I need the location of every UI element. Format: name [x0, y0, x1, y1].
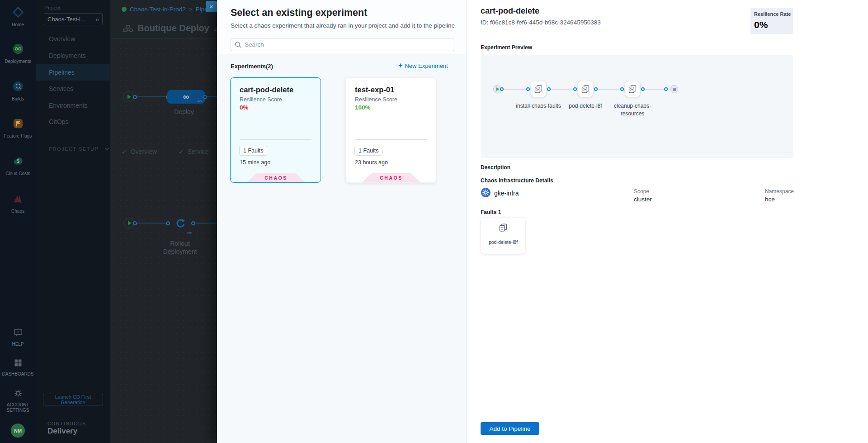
chaos-fault-icon	[628, 85, 637, 94]
experiment-preview-canvas: install-chaos-faults pod-delete-l8f clea…	[481, 55, 793, 158]
sidebar-item-label: ACCOUNT SETTINGS	[4, 402, 32, 413]
module-eyebrow: CONTINUOUS	[47, 421, 86, 426]
play-icon	[127, 95, 131, 99]
search-input[interactable]	[245, 41, 450, 48]
primary-sidebar: Home Deployments Builds Feature Flags $ …	[0, 0, 36, 443]
sidebar-item-label: Cloud Costs	[5, 171, 30, 176]
module-badge: CONTINUOUS Delivery	[47, 421, 86, 436]
experiments-count-header: Experiments(2)	[231, 63, 273, 70]
experiment-id: ID: f06c81c8-fef6-445d-b98c-324645950383	[481, 19, 601, 26]
new-experiment-button[interactable]: New Experiment	[398, 62, 448, 69]
pipeline-start-node[interactable]	[123, 91, 134, 102]
experiment-detail-name: cart-pod-delete	[481, 6, 539, 16]
sidebar-item-dashboards[interactable]: DASHBOARDS	[0, 358, 36, 377]
infra-name: gke-infra	[494, 190, 519, 197]
cloud-costs-icon: $	[12, 155, 24, 169]
card-divider	[240, 139, 311, 140]
sidebar-item-label: Home	[12, 22, 24, 28]
sidebar-item-label: Deployments	[5, 59, 31, 64]
sidebar-item-deployments[interactable]: Deployments	[0, 43, 36, 64]
nav-item-gitops[interactable]: GitOps	[36, 114, 111, 130]
new-experiment-label: New Experiment	[405, 62, 448, 69]
sidebar-item-label: HELP	[12, 342, 24, 347]
launch-cd-first-gen-button[interactable]: Launch CD First Generation	[43, 394, 103, 405]
deploy-stage-node[interactable]: </>	[167, 90, 205, 104]
pipeline-edge	[137, 96, 166, 97]
plus-icon	[398, 62, 402, 69]
last-updated: 15 mins ago	[240, 159, 270, 166]
sidebar-item-chaos[interactable]: Chaos	[0, 193, 36, 214]
experiment-card-test-exp-01[interactable]: test-exp-01 Resilience Score 100% 1 Faul…	[345, 77, 436, 183]
search-icon	[235, 41, 241, 48]
breadcrumb-project-link[interactable]: Chaos-Test-in-Prod2	[130, 6, 186, 13]
tab-service[interactable]: Service	[179, 148, 208, 155]
code-badge: </>	[197, 99, 203, 103]
description-label: Description	[481, 164, 510, 171]
sidebar-item-label: Chaos	[11, 209, 24, 214]
chaos-fault-icon	[534, 85, 543, 94]
chaos-tag: CHAOS	[246, 173, 306, 182]
node-port	[547, 87, 551, 91]
project-setup-toggle[interactable]: PROJECT SETUP	[36, 142, 111, 156]
rollout-step-icon[interactable]	[175, 218, 185, 228]
select-experiment-modal: Select an existing experiment Select a c…	[217, 0, 868, 443]
module-name: Delivery	[47, 427, 86, 436]
cd-infinity-icon	[183, 92, 189, 101]
sidebar-item-home[interactable]: Home	[0, 6, 36, 28]
check-icon	[179, 148, 184, 155]
nav-item-overview[interactable]: Overview	[36, 31, 111, 47]
nav-item-pipelines[interactable]: Pipelines	[36, 64, 111, 81]
node-port[interactable]	[133, 221, 137, 225]
gear-icon	[13, 388, 23, 400]
project-selector[interactable]: Chaos-Test-i...	[44, 13, 103, 25]
sidebar-item-cloud-costs[interactable]: $ Cloud Costs	[0, 155, 36, 176]
close-icon[interactable]: ×	[206, 1, 217, 12]
double-chevron-icon	[95, 15, 99, 24]
svg-text:?: ?	[17, 330, 19, 334]
user-avatar[interactable]: NM	[11, 424, 25, 438]
modal-title: Select an existing experiment	[231, 7, 367, 19]
check-icon	[122, 148, 127, 155]
nav-item-environments[interactable]: Environments	[36, 97, 111, 114]
scope-label: Scope	[634, 188, 649, 195]
resilience-score-label: Resilience Score	[240, 96, 282, 103]
sidebar-item-builds[interactable]: Builds	[0, 81, 36, 102]
node-port[interactable]	[191, 221, 195, 225]
step-label-line1: Rollout	[157, 240, 203, 247]
search-box	[231, 38, 454, 51]
preview-edge	[551, 89, 573, 90]
node-port	[500, 87, 504, 91]
experiment-card-cart-pod-delete[interactable]: cart-pod-delete Resilience Score 0% 1 Fa…	[230, 77, 321, 183]
add-to-pipeline-button[interactable]: Add to Pipeline	[481, 422, 539, 435]
tab-overview[interactable]: Overview	[122, 148, 157, 155]
stop-icon	[673, 88, 676, 91]
pipeline-edge	[137, 223, 166, 224]
infra-details-label: Chaos Infrastructure Details	[481, 177, 553, 184]
namespace-label: Namespace	[765, 188, 794, 195]
sidebar-item-feature-flags[interactable]: Feature Flags	[0, 118, 36, 139]
sidebar-item-account-settings[interactable]: ACCOUNT SETTINGS	[0, 388, 36, 413]
node-port	[620, 87, 624, 91]
play-icon	[496, 87, 500, 91]
nav-item-deployments[interactable]: Deployments	[36, 48, 111, 64]
node-port[interactable]	[133, 95, 137, 99]
sidebar-item-label: DASHBOARDS	[2, 372, 33, 377]
preview-step-label: cleanup-chaos-resources	[608, 102, 657, 118]
nav-item-services[interactable]: Services	[36, 81, 111, 97]
fault-card[interactable]: pod-delete-l8f	[481, 218, 525, 254]
chaos-icon	[12, 193, 24, 206]
dashboards-icon	[14, 358, 23, 369]
node-port[interactable]	[166, 221, 170, 225]
scope-value: cluster	[634, 196, 652, 203]
faults-badge: 1 Faults	[239, 146, 267, 156]
builds-icon	[12, 81, 24, 94]
preview-edge	[645, 89, 664, 90]
experiment-name: test-exp-01	[355, 86, 394, 94]
node-port[interactable]	[203, 95, 207, 99]
chaos-fault-icon	[581, 85, 590, 94]
preview-step-label: install-chaos-faults	[514, 102, 563, 110]
step-label-line2: Deployment	[157, 248, 203, 255]
stage-label: Deploy	[161, 108, 207, 115]
sidebar-item-help[interactable]: ? HELP	[0, 328, 36, 347]
breadcrumb-separator: >	[189, 6, 193, 13]
